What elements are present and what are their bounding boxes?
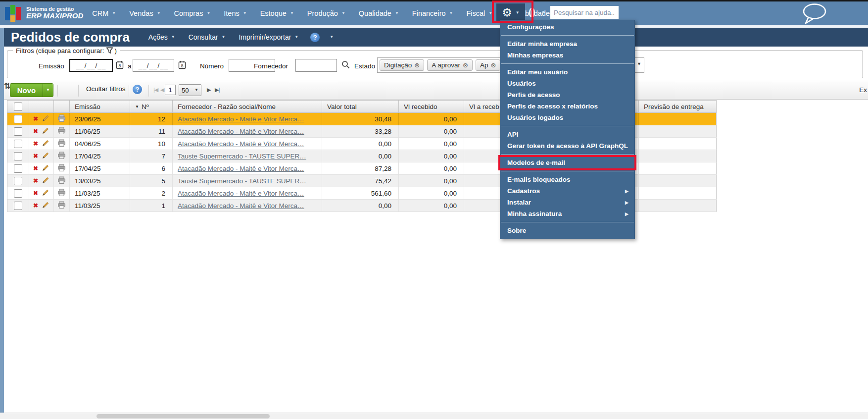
menu-item-modelos-de-e-mail[interactable]: Modelos de e-mail bbox=[500, 157, 634, 168]
row-checkbox[interactable] bbox=[14, 189, 22, 198]
ocultar-filtros-button[interactable]: Ocultar filtros bbox=[86, 85, 126, 93]
fornecedor-link[interactable]: Atacadão Mercado - Maitê e Vitor Merca… bbox=[178, 190, 304, 197]
menu-item-perfis-de-acesso[interactable]: Perfis de acesso bbox=[500, 89, 634, 101]
filters-legend[interactable]: Filtros (clique para configurar: ) bbox=[13, 47, 120, 54]
edit-icon[interactable] bbox=[42, 176, 49, 185]
horizontal-scrollbar[interactable] bbox=[0, 413, 868, 419]
nav-item-qualidade[interactable]: Qualidade▼ bbox=[359, 9, 399, 17]
edit-icon[interactable] bbox=[42, 152, 49, 160]
nav-item-itens[interactable]: Itens▼ bbox=[224, 9, 246, 17]
menu-item-minha-assinatura[interactable]: Minha assinatura▶ bbox=[500, 208, 634, 219]
fornecedor-link[interactable]: Atacadão Mercado - Maitê e Vitor Merca… bbox=[178, 140, 304, 148]
menu-item-api[interactable]: API bbox=[500, 129, 634, 140]
next-page-icon[interactable]: ▶ bbox=[207, 87, 210, 93]
fornecedor-link[interactable]: Tauste Supermercado - TAUSTE SUPER… bbox=[178, 153, 306, 160]
nav-item-crm[interactable]: CRM▼ bbox=[92, 9, 116, 17]
title-menu-imprimir-exportar[interactable]: Imprimir/exportar▼ bbox=[239, 33, 299, 41]
help-search-input[interactable] bbox=[550, 6, 619, 19]
menu-item-editar-meu-usuario[interactable]: Editar meu usuário bbox=[500, 66, 634, 78]
menu-item-minhas-empresas[interactable]: Minhas empresas bbox=[500, 50, 634, 61]
fornecedor-link[interactable]: Tauste Supermercado - TAUSTE SUPER… bbox=[178, 177, 306, 185]
row-checkbox[interactable] bbox=[14, 140, 22, 148]
nav-item-producao[interactable]: Produção▼ bbox=[307, 9, 345, 17]
edit-icon[interactable] bbox=[42, 127, 49, 136]
delete-icon[interactable]: ✖ bbox=[33, 140, 38, 147]
fornecedor-link[interactable]: Atacadão Mercado - Maitê e Vitor Merca… bbox=[178, 128, 304, 135]
help-icon[interactable]: ? bbox=[310, 33, 320, 42]
chevron-down-icon[interactable]: ▼ bbox=[330, 35, 334, 39]
delete-icon[interactable]: ✖ bbox=[33, 153, 38, 159]
remove-tag-icon[interactable]: ⊗ bbox=[463, 62, 468, 68]
emissao-to-input[interactable]: __/__/__ bbox=[133, 59, 174, 72]
header-vl-recebido[interactable]: Vl recebido bbox=[399, 101, 464, 112]
nav-item-financeiro[interactable]: Financeiro▼ bbox=[412, 9, 453, 17]
menu-item-instalar[interactable]: Instalar▶ bbox=[500, 197, 634, 208]
title-menu-consultar[interactable]: Consultar▼ bbox=[189, 33, 226, 41]
delete-icon[interactable]: ✖ bbox=[33, 202, 38, 209]
settings-gear-button[interactable]: ⚙ ▼ bbox=[496, 3, 525, 22]
row-checkbox[interactable] bbox=[14, 127, 22, 136]
menu-item-editar-minha-empresa[interactable]: Editar minha empresa bbox=[500, 38, 634, 50]
row-checkbox[interactable] bbox=[14, 202, 22, 210]
app-logo[interactable]: Sistema de gestão ERP MAXIPROD bbox=[5, 5, 83, 22]
estado-dropdown-icon[interactable]: ▼ bbox=[637, 61, 641, 66]
menu-item-gerar-token-de-acesso-a-api-graphql[interactable]: Gerar token de acesso à API GraphQL bbox=[500, 140, 634, 152]
fornecedor-link[interactable]: Atacadão Mercado - Maitê e Vitor Merca… bbox=[178, 115, 304, 123]
remove-tag-icon[interactable]: ⊗ bbox=[414, 62, 420, 68]
edit-icon[interactable] bbox=[42, 139, 49, 148]
scrollbar-thumb[interactable] bbox=[96, 414, 270, 419]
print-icon[interactable] bbox=[57, 139, 66, 149]
search-icon[interactable] bbox=[341, 60, 350, 71]
menu-item-usuarios-logados[interactable]: Usuários logados bbox=[500, 112, 634, 123]
row-checkbox[interactable] bbox=[14, 177, 22, 185]
print-icon[interactable] bbox=[57, 164, 66, 173]
edit-icon[interactable] bbox=[42, 164, 49, 173]
toolbar-help-icon[interactable]: ? bbox=[133, 85, 142, 94]
emissao-from-input[interactable]: __/__/__ bbox=[69, 59, 113, 72]
novo-button[interactable]: Novo ▼ bbox=[10, 83, 53, 97]
calendar-icon[interactable]: 8 bbox=[116, 60, 124, 71]
delete-icon[interactable]: ✖ bbox=[33, 190, 38, 197]
header-emissao[interactable]: Emissão bbox=[70, 101, 130, 112]
edit-icon[interactable] bbox=[42, 114, 49, 123]
chevron-down-icon[interactable]: ▼ bbox=[541, 10, 545, 14]
fornecedor-input[interactable] bbox=[295, 59, 337, 72]
edit-icon[interactable] bbox=[42, 201, 49, 210]
menu-item-perfis-de-acesso-x-relatorios[interactable]: Perfis de acesso x relatórios bbox=[500, 101, 634, 112]
print-icon[interactable] bbox=[57, 201, 66, 210]
delete-icon[interactable]: ✖ bbox=[33, 165, 38, 172]
header-valor-total[interactable]: Valor total bbox=[322, 101, 399, 112]
prev-page-icon[interactable]: ◀ bbox=[160, 87, 164, 93]
nav-item-vendas[interactable]: Vendas▼ bbox=[129, 9, 160, 17]
menu-item-configuracoes[interactable]: Configurações bbox=[500, 21, 634, 33]
calendar-icon[interactable]: 8 bbox=[178, 60, 186, 71]
export-label-cut[interactable]: Ex bbox=[859, 86, 867, 94]
delete-icon[interactable]: ✖ bbox=[33, 115, 38, 122]
print-icon[interactable] bbox=[57, 114, 66, 124]
menu-item-usuarios[interactable]: Usuários bbox=[500, 78, 634, 89]
first-page-icon[interactable]: |◀ bbox=[153, 87, 158, 93]
row-checkbox[interactable] bbox=[14, 152, 22, 160]
nav-item-compras[interactable]: Compras▼ bbox=[174, 9, 211, 17]
print-icon[interactable] bbox=[57, 152, 66, 161]
print-icon[interactable] bbox=[57, 176, 66, 186]
header-fornecedor[interactable]: Fornecedor - Razão social/Nome bbox=[173, 101, 322, 112]
delete-icon[interactable]: ✖ bbox=[33, 177, 38, 184]
menu-item-e-mails-bloqueados[interactable]: E-mails bloqueados bbox=[500, 174, 634, 185]
print-icon[interactable] bbox=[57, 127, 66, 136]
print-icon[interactable] bbox=[57, 189, 66, 198]
page-size-select[interactable]: 50 ▼ bbox=[179, 84, 201, 96]
page-number-input[interactable] bbox=[165, 85, 176, 95]
chat-bubble-icon[interactable] bbox=[801, 3, 827, 25]
session-icon[interactable]: ( ) bbox=[529, 6, 534, 17]
row-checkbox[interactable] bbox=[14, 164, 22, 173]
menu-item-cadastros[interactable]: Cadastros▶ bbox=[500, 185, 634, 197]
nav-item-fiscal[interactable]: Fiscal▼ bbox=[466, 9, 492, 17]
fornecedor-link[interactable]: Atacadão Mercado - Maitê e Vitor Merca… bbox=[178, 202, 304, 210]
remove-tag-icon[interactable]: ⊗ bbox=[490, 62, 496, 68]
row-checkbox[interactable] bbox=[14, 115, 22, 123]
delete-icon[interactable]: ✖ bbox=[33, 128, 38, 135]
select-all-checkbox[interactable] bbox=[14, 103, 22, 111]
novo-split-dropdown[interactable]: ▼ bbox=[43, 84, 53, 97]
menu-item-sobre[interactable]: Sobre bbox=[500, 225, 634, 236]
